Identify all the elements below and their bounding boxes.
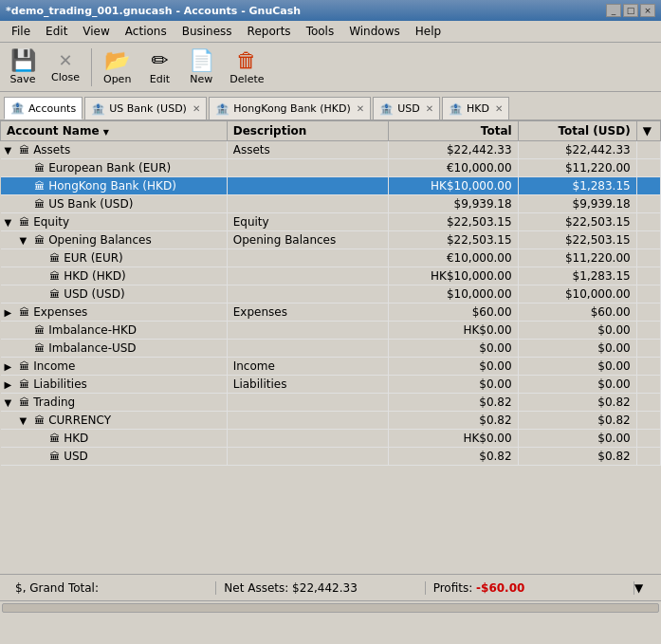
delete-button[interactable]: 🗑 Delete bbox=[224, 46, 269, 87]
table-row[interactable]: 🏛 HKD (HKD) HK$10,000.00 $1,283.15 bbox=[1, 267, 661, 285]
account-name: Imbalance-HKD bbox=[48, 323, 137, 337]
save-button[interactable]: 💾 Save bbox=[4, 46, 42, 87]
table-row[interactable]: ▶ 🏛 Income Income $0.00 $0.00 bbox=[1, 358, 661, 376]
account-total-usd: $60.00 bbox=[518, 304, 636, 322]
table-row[interactable]: ▼ 🏛 Equity Equity $22,503.15 $22,503.15 bbox=[1, 213, 661, 231]
tab-hkd-close[interactable]: ✕ bbox=[495, 103, 503, 114]
menu-tools[interactable]: Tools bbox=[299, 23, 342, 40]
table-row[interactable]: 🏛 USD $0.82 $0.82 bbox=[1, 448, 661, 466]
expand-icon[interactable]: ▼ bbox=[5, 145, 16, 156]
table-row[interactable]: 🏛 HKD HK$0.00 $0.00 bbox=[1, 430, 661, 448]
edit-button[interactable]: ✏️ Edit bbox=[140, 46, 178, 87]
account-extra bbox=[636, 249, 660, 267]
tab-us-bank-close[interactable]: ✕ bbox=[193, 103, 200, 114]
expand-icon[interactable] bbox=[20, 181, 31, 192]
statusbar: $, Grand Total: Net Assets: $22,442.33 P… bbox=[0, 574, 661, 600]
table-row[interactable]: 🏛 US Bank (USD) $9,939.18 $9,939.18 bbox=[1, 195, 661, 213]
expand-icon[interactable] bbox=[35, 451, 46, 462]
account-name: HKD (HKD) bbox=[64, 269, 125, 283]
close-icon: ✕ bbox=[58, 52, 72, 69]
accounts-table-container: Account Name ▼ Description Total Total (… bbox=[0, 120, 661, 574]
tab-usd-close[interactable]: ✕ bbox=[426, 103, 433, 114]
expand-icon[interactable] bbox=[20, 199, 31, 210]
account-desc: Assets bbox=[227, 141, 389, 159]
tabs-bar: 🏦 Accounts 🏦 US Bank (USD) ✕ 🏦 HongKong … bbox=[0, 92, 661, 120]
table-row[interactable]: 🏛 Imbalance-USD $0.00 $0.00 bbox=[1, 340, 661, 358]
menu-business[interactable]: Business bbox=[174, 23, 240, 40]
account-total: $60.00 bbox=[389, 304, 518, 322]
table-row[interactable]: ▶ 🏛 Liabilities Liabilities $0.00 $0.00 bbox=[1, 376, 661, 394]
table-row[interactable]: ▶ 🏛 Expenses Expenses $60.00 $60.00 bbox=[1, 304, 661, 322]
expand-icon[interactable] bbox=[35, 271, 46, 282]
account-total: HK$0.00 bbox=[389, 322, 518, 340]
menu-edit[interactable]: Edit bbox=[38, 23, 75, 40]
account-name: HongKong Bank (HKD) bbox=[48, 179, 176, 193]
account-total: HK$10,000.00 bbox=[389, 267, 518, 285]
profits-value: -$60.00 bbox=[476, 581, 524, 595]
account-total: HK$0.00 bbox=[389, 430, 518, 448]
account-total: $0.00 bbox=[389, 340, 518, 358]
expand-icon[interactable] bbox=[20, 343, 31, 354]
col-header-total[interactable]: Total bbox=[389, 121, 518, 141]
close-label: Close bbox=[51, 71, 80, 83]
table-row[interactable]: 🏛 European Bank (EUR) €10,000.00 $11,220… bbox=[1, 159, 661, 177]
tab-hkd[interactable]: 🏦 HKD ✕ bbox=[442, 97, 509, 120]
expand-icon[interactable]: ▼ bbox=[20, 235, 31, 246]
expand-icon[interactable] bbox=[20, 163, 31, 174]
table-row[interactable]: ▼ 🏛 Assets Assets $22,442.33 $22,442.33 bbox=[1, 141, 661, 159]
expand-icon[interactable]: ▶ bbox=[5, 361, 16, 372]
col-header-description[interactable]: Description bbox=[227, 121, 389, 141]
account-desc bbox=[227, 177, 389, 195]
tab-hk-bank-close[interactable]: ✕ bbox=[357, 103, 364, 114]
expand-icon[interactable]: ▼ bbox=[5, 217, 16, 228]
account-extra bbox=[636, 213, 660, 231]
menu-reports[interactable]: Reports bbox=[240, 23, 299, 40]
account-name: Opening Balances bbox=[48, 233, 152, 247]
account-name: HKD bbox=[64, 432, 88, 445]
account-desc bbox=[227, 249, 389, 267]
table-row[interactable]: 🏛 HongKong Bank (HKD) HK$10,000.00 $1,28… bbox=[1, 177, 661, 195]
menu-actions[interactable]: Actions bbox=[118, 23, 174, 40]
statusbar-dropdown[interactable]: ▼ bbox=[634, 581, 653, 595]
col-header-extra[interactable]: ▼ bbox=[636, 121, 660, 141]
tab-usd[interactable]: 🏦 USD ✕ bbox=[373, 97, 440, 120]
toolbar: 💾 Save ✕ Close 📂 Open ✏️ Edit 📄 New 🗑 De… bbox=[0, 43, 661, 92]
expand-icon[interactable] bbox=[35, 253, 46, 264]
account-extra bbox=[636, 231, 660, 249]
expand-icon[interactable] bbox=[35, 433, 46, 444]
account-total-usd: $0.82 bbox=[518, 394, 636, 412]
table-row[interactable]: 🏛 EUR (EUR) €10,000.00 $11,220.00 bbox=[1, 249, 661, 267]
expand-icon[interactable]: ▼ bbox=[5, 397, 16, 408]
new-button[interactable]: 📄 New bbox=[182, 46, 220, 87]
account-name: Liabilities bbox=[33, 377, 87, 391]
window-close-button[interactable]: × bbox=[640, 4, 655, 17]
table-row[interactable]: ▼ 🏛 Trading $0.82 $0.82 bbox=[1, 394, 661, 412]
tab-accounts[interactable]: 🏦 Accounts bbox=[4, 97, 83, 120]
maximize-button[interactable]: □ bbox=[623, 4, 638, 17]
tab-us-bank[interactable]: 🏦 US Bank (USD) ✕ bbox=[84, 97, 207, 120]
menu-file[interactable]: File bbox=[4, 23, 38, 40]
expand-icon[interactable]: ▶ bbox=[5, 379, 16, 390]
account-extra bbox=[636, 322, 660, 340]
scrollbar-track[interactable] bbox=[2, 603, 659, 613]
expand-icon[interactable] bbox=[20, 325, 31, 336]
close-button[interactable]: ✕ Close bbox=[46, 48, 85, 85]
minimize-button[interactable]: _ bbox=[606, 4, 621, 17]
table-row[interactable]: ▼ 🏛 Opening Balances Opening Balances $2… bbox=[1, 231, 661, 249]
table-row[interactable]: ▼ 🏛 CURRENCY $0.82 $0.82 bbox=[1, 412, 661, 430]
expand-icon[interactable]: ▼ bbox=[20, 415, 31, 426]
account-total-usd: $0.82 bbox=[518, 448, 636, 466]
menu-windows[interactable]: Windows bbox=[341, 23, 408, 40]
table-row[interactable]: 🏛 USD (USD) $10,000.00 $10,000.00 bbox=[1, 285, 661, 304]
expand-icon[interactable] bbox=[35, 289, 46, 300]
menu-view[interactable]: View bbox=[75, 23, 117, 40]
account-desc bbox=[227, 285, 389, 304]
horizontal-scrollbar[interactable] bbox=[0, 600, 661, 614]
table-row[interactable]: 🏛 Imbalance-HKD HK$0.00 $0.00 bbox=[1, 322, 661, 340]
col-header-account-name[interactable]: Account Name ▼ bbox=[1, 121, 228, 141]
expand-icon[interactable]: ▶ bbox=[5, 307, 16, 318]
col-header-total-usd[interactable]: Total (USD) bbox=[518, 121, 636, 141]
tab-hk-bank[interactable]: 🏦 HongKong Bank (HKD) ✕ bbox=[209, 97, 371, 120]
open-button[interactable]: 📂 Open bbox=[98, 46, 137, 87]
menu-help[interactable]: Help bbox=[408, 23, 449, 40]
